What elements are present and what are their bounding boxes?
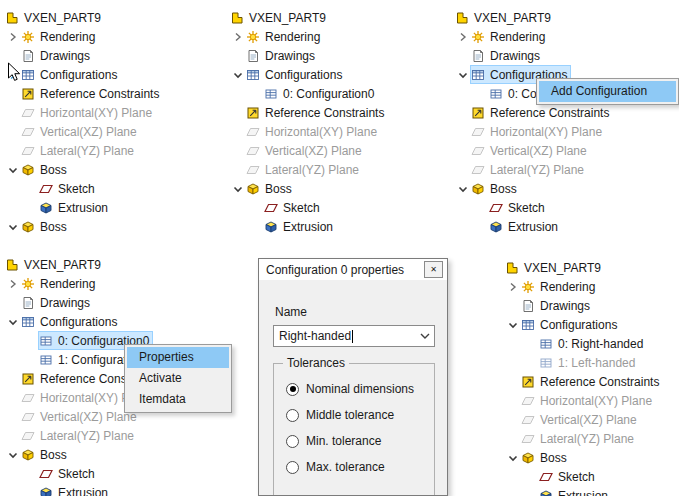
tree-item-body[interactable]: Sketch [39,465,98,482]
tree-item-body[interactable]: Extrusion [39,484,111,496]
chevron-down-icon[interactable] [230,182,246,196]
tree-item-body[interactable]: Extrusion [264,218,336,235]
tree-item-body[interactable]: Drawings [21,294,93,311]
chevron-down-icon[interactable] [5,448,21,462]
tree-item-extrusion[interactable]: Extrusion [5,198,162,217]
tree-item-body[interactable]: Configurations [521,316,620,333]
tree-item-lateral-yz-plane[interactable]: Lateral(YZ) Plane [5,426,162,445]
tree-item-body[interactable]: Extrusion [489,218,561,235]
tree-item-body[interactable]: Sketch [264,199,323,216]
tree-item-sketch[interactable]: Sketch [455,198,612,217]
tree-item-lateral-yz-plane[interactable]: Lateral(YZ) Plane [505,429,662,448]
tree-item-body[interactable]: Drawings [246,47,318,64]
chevron-down-icon[interactable] [505,451,521,465]
tree-item-boss[interactable]: Boss [505,448,662,467]
tree-item-drawings[interactable]: Drawings [230,46,387,65]
tree-item-lateral-yz-plane[interactable]: Lateral(YZ) Plane [230,160,387,179]
menu-item-activate[interactable]: Activate [127,368,229,389]
tree-item-lateral-yz-plane[interactable]: Lateral(YZ) Plane [455,160,612,179]
tree-item-vxen-part9[interactable]: VXEN_PART9 [455,8,612,27]
menu-item-properties[interactable]: Properties [127,347,229,368]
tree-item-configurations[interactable]: Configurations [5,65,162,84]
tree-item-drawings[interactable]: Drawings [5,46,162,65]
tree-item-rendering[interactable]: Rendering [5,274,162,293]
tree-item-body[interactable]: Rendering [521,278,598,295]
tree-item-boss[interactable]: Boss [455,179,612,198]
tree-item-body[interactable]: Vertical(XZ) Plane [471,142,590,159]
tree-item-boss[interactable]: Boss [5,445,162,464]
tree-item-body[interactable]: Boss [521,449,570,466]
tree-item-1-left-handed[interactable]: 1: Left-handed [505,353,662,372]
dialog-titlebar[interactable]: Configuration 0 properties ✕ [259,259,447,280]
tree-item-body[interactable]: VXEN_PART9 [230,9,329,26]
tree-item-extrusion[interactable]: Extrusion [5,483,162,496]
tree-item-body[interactable]: Reference Constraints [521,373,662,390]
chevron-down-icon[interactable] [5,163,21,177]
tree-item-vxen-part9[interactable]: VXEN_PART9 [5,255,162,274]
tree-item-body[interactable]: Configurations [246,66,345,83]
tree-item-drawings[interactable]: Drawings [5,293,162,312]
tree-item-vxen-part9[interactable]: VXEN_PART9 [505,258,662,277]
tree-item-body[interactable]: Extrusion [539,487,611,496]
chevron-down-icon[interactable] [455,68,471,82]
radio-option-min-tolerance[interactable]: Min. tolerance [274,428,434,454]
tree-item-reference-constraints[interactable]: Reference Constraints [505,372,662,391]
tree-item-reference-constraints[interactable]: Reference Constraints [230,103,387,122]
tree-item-body[interactable]: Configurations [21,66,120,83]
tree-item-horizontal-xy-plane[interactable]: Horizontal(XY) Plane [455,122,612,141]
tree-item-extrusion[interactable]: Extrusion [455,217,612,236]
configuration-name-combobox[interactable]: Right-handed [273,325,435,347]
tree-item-body[interactable]: Reference Constraints [246,104,387,121]
tree-item-drawings[interactable]: Drawings [505,296,662,315]
tree-item-boss[interactable]: Boss [230,179,387,198]
tree-item-body[interactable]: Reference Constraints [471,104,612,121]
menu-item-itemdata[interactable]: Itemdata [127,389,229,410]
tree-item-drawings[interactable]: Drawings [455,46,612,65]
tree-item-body[interactable]: Rendering [21,275,98,292]
chevron-right-icon[interactable] [505,280,521,294]
tree-item-configurations[interactable]: Configurations [505,315,662,334]
radio-button-icon[interactable] [286,409,299,422]
tree-item-body[interactable]: 0: Configuration0 [264,85,377,102]
tree-item-configurations[interactable]: Configurations [5,312,162,331]
tree-item-body[interactable]: Vertical(XZ) Plane [21,123,140,140]
tree-item-lateral-yz-plane[interactable]: Lateral(YZ) Plane [5,141,162,160]
chevron-down-icon[interactable] [230,68,246,82]
tree-item-body[interactable]: Horizontal(XY) Plane [471,123,605,140]
radio-option-max-tolerance[interactable]: Max. tolerance [274,454,434,480]
tree-item-body[interactable]: Horizontal(XY) Plane [246,123,380,140]
tree-item-body[interactable]: Lateral(YZ) Plane [21,142,137,159]
tree-item-0-configuration0[interactable]: 0: Configuration0 [230,84,387,103]
tree-item-body[interactable]: Drawings [21,47,93,64]
radio-option-middle-tolerance[interactable]: Middle tolerance [274,402,434,428]
tree-item-rendering[interactable]: Rendering [230,27,387,46]
tree-item-horizontal-xy-plane[interactable]: Horizontal(XY) Plane [230,122,387,141]
tree-item-body[interactable]: Configurations [21,313,120,330]
close-button[interactable]: ✕ [424,261,443,278]
chevron-right-icon[interactable] [455,30,471,44]
tree-item-horizontal-xy-plane[interactable]: Horizontal(XY) Plane [5,103,162,122]
tree-item-rendering[interactable]: Rendering [505,277,662,296]
tree-item-body[interactable]: 0: Right-handed [539,335,646,352]
tree-item-body[interactable]: VXEN_PART9 [5,256,104,273]
tree-item-body[interactable]: Boss [246,180,295,197]
tree-item-body[interactable]: Horizontal(XY) Plane [21,104,155,121]
tree-item-body[interactable]: Drawings [471,47,543,64]
tree-item-sketch[interactable]: Sketch [505,467,662,486]
tree-item-body[interactable]: Vertical(XZ) Plane [246,142,365,159]
combobox-dropdown-button[interactable] [416,326,434,346]
tree-item-body[interactable]: Lateral(YZ) Plane [521,430,637,447]
tree-item-vertical-xz-plane[interactable]: Vertical(XZ) Plane [455,141,612,160]
tree-item-0-right-handed[interactable]: 0: Right-handed [505,334,662,353]
tree-item-body[interactable]: VXEN_PART9 [455,9,554,26]
chevron-right-icon[interactable] [5,30,21,44]
tree-item-vxen-part9[interactable]: VXEN_PART9 [5,8,162,27]
tree-item-reference-constraints[interactable]: Reference Constraints [5,84,162,103]
tree-item-body[interactable]: VXEN_PART9 [5,9,104,26]
chevron-down-icon[interactable] [5,220,21,234]
tree-item-body[interactable]: Boss [471,180,520,197]
tree-item-reference-constraints[interactable]: Reference Constraints [455,103,612,122]
tree-item-body[interactable]: Boss [21,161,70,178]
chevron-right-icon[interactable] [5,277,21,291]
tree-item-extrusion[interactable]: Extrusion [230,217,387,236]
